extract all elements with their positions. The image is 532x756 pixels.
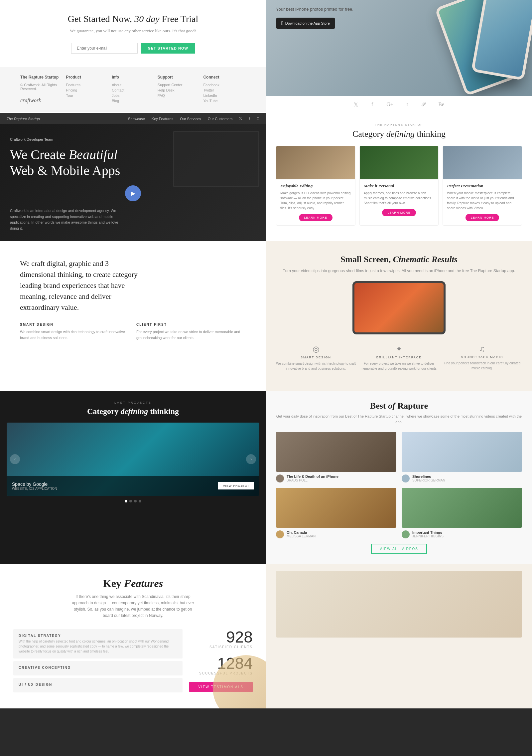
footer-link-faq[interactable]: FAQ bbox=[158, 94, 200, 97]
cat-card-body-0: Enjoyable Editing Make gorgeous HD video… bbox=[276, 179, 355, 225]
gs-title-plain: Get Started Now, bbox=[68, 14, 134, 24]
gs-footer: The Rapture Startup © Craftwork. All Rig… bbox=[0, 67, 266, 112]
apple-icon:  bbox=[281, 20, 283, 26]
section-category-right: THE RAPTURE STARTUP Category defining th… bbox=[266, 113, 532, 241]
cat-dark-title: Category defining thinking bbox=[7, 407, 259, 416]
footer-col-brand: The Rapture Startup © Craftwork. All Rig… bbox=[20, 75, 63, 104]
twitter-icon[interactable]: 𝕏 bbox=[354, 101, 358, 108]
footer-link-linkedin[interactable]: LinkedIn bbox=[203, 94, 246, 97]
section-bottom-right bbox=[266, 564, 532, 708]
best-avatar-0 bbox=[276, 474, 284, 482]
view-project-button[interactable]: VIEW PROJECT bbox=[218, 482, 254, 489]
view-all-videos-button[interactable]: VIEW ALL VIDEOS bbox=[371, 544, 427, 554]
beautiful-description: Craftwork is an international design and… bbox=[10, 208, 123, 231]
slider-dot-2[interactable] bbox=[134, 500, 137, 502]
footer-link-helpdesk[interactable]: Help Desk bbox=[158, 88, 200, 92]
nav-item-services[interactable]: Our Services bbox=[180, 117, 201, 121]
twitter-nav-icon[interactable]: 𝕏 bbox=[239, 116, 242, 121]
footer-link-features[interactable]: Features bbox=[66, 83, 109, 87]
ss-title: Small Screen, Cinematic Results bbox=[276, 255, 522, 265]
footer-link-twitter[interactable]: Twitter bbox=[203, 88, 246, 92]
cat-dark-label: LAST PROJECTS bbox=[7, 401, 259, 404]
best-meta-1: Shorelines SUPERIOR GERMAN bbox=[402, 474, 522, 482]
cat-card-desc-2: When your mobile masterpiece is complete… bbox=[447, 191, 518, 211]
slider-dot-3[interactable] bbox=[139, 500, 141, 502]
best-video-0: The Life & Death of an iPhone BRADS POLL bbox=[276, 432, 396, 482]
kf-feature-2: UI / UX DESIGN bbox=[13, 678, 183, 692]
footer-col5-title: Connect bbox=[203, 75, 246, 80]
section-cat-dark: LAST PROJECTS Category defining thinking… bbox=[0, 391, 266, 564]
slider-dot-1[interactable] bbox=[129, 500, 132, 502]
best-video-title-1: Shorelines bbox=[412, 474, 445, 478]
best-video-2: Oh, Canada MELISSA LERMAN bbox=[276, 488, 396, 538]
footer-link-contact[interactable]: Contact bbox=[112, 88, 154, 92]
google-nav-icon[interactable]: G bbox=[256, 117, 259, 121]
nav-item-features[interactable]: Key Features bbox=[152, 117, 173, 121]
best-title-end: Rapture bbox=[395, 401, 428, 411]
kf-stat-num-0: 928 bbox=[189, 629, 253, 645]
slider-dot-0[interactable] bbox=[125, 500, 127, 502]
project-title: Space by Google bbox=[12, 481, 57, 487]
beautiful-title-plain: We Create bbox=[10, 147, 69, 162]
facebook-nav-icon[interactable]: f bbox=[249, 117, 250, 121]
gs-title-end: Free Trial bbox=[160, 14, 199, 24]
ss-feature-2: ♫ SOUNDTRACK MAGIC Find your perfect sou… bbox=[442, 344, 522, 371]
cat-dark-overlay: Space by Google WEBSITE, IOS APPLICATION… bbox=[7, 476, 259, 496]
footer-link-youtube[interactable]: YouTube bbox=[203, 99, 246, 103]
ss-features: ◎ SMART DESIGN We combine smart design w… bbox=[276, 344, 522, 371]
get-started-button[interactable]: GET STARTED NOW bbox=[141, 43, 195, 54]
email-input[interactable] bbox=[71, 43, 138, 54]
cat-card-btn-2[interactable]: LEARN MORE bbox=[466, 214, 499, 221]
play-button[interactable]: ▶ bbox=[125, 185, 141, 201]
best-video-title-3: Important Things bbox=[412, 530, 444, 534]
nav-item-showcase[interactable]: Showcase bbox=[128, 117, 145, 121]
best-thumb-0 bbox=[276, 432, 396, 472]
kf-features-list: DIGITAL STRATEGY With the help of carefu… bbox=[13, 629, 183, 695]
craft-feature-1: CLIENT FIRST For every project we take o… bbox=[136, 323, 246, 341]
footer-link-facebook[interactable]: Facebook bbox=[203, 83, 246, 87]
ss-subtitle: Turn your video clips into gorgeous shor… bbox=[276, 268, 522, 274]
footer-link-blog[interactable]: Blog bbox=[112, 99, 154, 103]
footer-link-support[interactable]: Support Center bbox=[158, 83, 200, 87]
cat-brand: THE RAPTURE STARTUP bbox=[276, 123, 522, 126]
footer-link[interactable]: © Craftwork. All Rights Reserved. bbox=[20, 83, 63, 91]
footer-col-connect: Connect Facebook Twitter LinkedIn YouTub… bbox=[203, 75, 246, 104]
cat-card-img-2 bbox=[443, 146, 522, 179]
best-avatar-1 bbox=[402, 474, 410, 482]
slider-prev-button[interactable]: ‹ bbox=[10, 454, 20, 464]
slider-next-button[interactable]: › bbox=[246, 454, 256, 464]
facebook-icon[interactable]: f bbox=[371, 101, 373, 108]
kf-subtitle: If there's one thing we associate with S… bbox=[70, 594, 196, 619]
beautiful-content: Craftwork Developer Team We Create Beaut… bbox=[0, 124, 266, 241]
footer-link-about[interactable]: About bbox=[112, 83, 154, 87]
cat-card-btn-1[interactable]: LEARN MORE bbox=[382, 209, 416, 216]
ss-phone-mockup bbox=[352, 281, 446, 334]
best-title-italic: of bbox=[388, 401, 395, 411]
best-info-1: Shorelines SUPERIOR GERMAN bbox=[412, 474, 445, 482]
ss-phone-screen bbox=[354, 283, 444, 332]
footer-link-tour[interactable]: Tour bbox=[66, 94, 109, 97]
section-craft: We craft digital, graphic and 3 dimensio… bbox=[0, 241, 266, 391]
google-plus-icon[interactable]: G+ bbox=[386, 101, 393, 108]
ss-phone-container bbox=[276, 281, 522, 334]
nav-item-customers[interactable]: Our Customers bbox=[208, 117, 233, 121]
best-video-title-2: Oh, Canada bbox=[287, 530, 316, 534]
craft-feature-desc-0: We combine smart design with rich techno… bbox=[20, 329, 130, 341]
cat-card-btn-0[interactable]: LEARN MORE bbox=[299, 214, 333, 221]
project-subtitle: WEBSITE, IOS APPLICATION bbox=[12, 487, 57, 490]
craft-feature-title-0: SMART DESIGN bbox=[20, 323, 130, 326]
ss-feature-desc-2: Find your perfect soundtrack in our care… bbox=[442, 361, 522, 371]
soundtrack-icon: ♫ bbox=[442, 344, 522, 353]
app-store-button[interactable]:  Download on the App Store bbox=[276, 18, 335, 29]
footer-link-pricing[interactable]: Pricing bbox=[66, 88, 109, 92]
cat-card-img-1 bbox=[360, 146, 439, 179]
behance-icon[interactable]: Be bbox=[438, 101, 444, 108]
cat-card-body-1: Make it Personal Apply themes, add title… bbox=[360, 179, 439, 220]
section-best: Best of Rapture Get your daily dose of i… bbox=[266, 391, 532, 564]
footer-col-product: Product Features Pricing Tour bbox=[66, 75, 109, 104]
footer-link-jobs[interactable]: Jobs bbox=[112, 94, 154, 97]
tumblr-icon[interactable]: t bbox=[407, 101, 408, 108]
pinterest-icon[interactable]: 𝒫 bbox=[421, 101, 425, 108]
cat-card-0: Enjoyable Editing Make gorgeous HD video… bbox=[276, 146, 355, 226]
best-meta-0: The Life & Death of an iPhone BRADS POLL bbox=[276, 474, 396, 482]
